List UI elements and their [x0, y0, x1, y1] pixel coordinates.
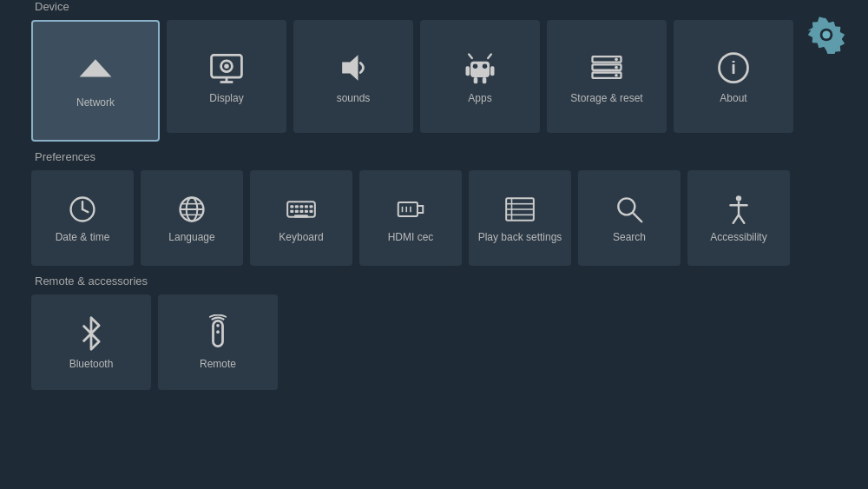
- svg-rect-18: [483, 77, 487, 83]
- svg-point-23: [615, 66, 618, 69]
- hdmi-icon: [394, 193, 427, 226]
- language-label: Language: [168, 231, 214, 243]
- device-section: Device Network Display: [0, 0, 868, 142]
- svg-rect-41: [290, 210, 293, 213]
- svg-rect-38: [299, 205, 303, 208]
- svg-point-22: [615, 58, 618, 62]
- preferences-tiles-row: Date & time Language: [31, 170, 837, 266]
- date-time-label: Date & time: [56, 231, 110, 243]
- svg-rect-35: [287, 202, 315, 216]
- accessibility-icon: [722, 193, 755, 226]
- svg-rect-47: [398, 202, 418, 216]
- svg-point-12: [483, 63, 488, 69]
- tile-accessibility[interactable]: Accessibility: [687, 170, 790, 266]
- remote-section-label: Remote & accessories: [31, 274, 837, 287]
- search-label: Search: [613, 231, 646, 243]
- tile-storage-reset[interactable]: Storage & reset: [547, 20, 667, 133]
- tile-playback-settings[interactable]: Play back settings: [469, 170, 571, 266]
- keyboard-icon: [285, 193, 318, 226]
- svg-point-24: [615, 74, 618, 77]
- svg-text:i: i: [731, 58, 736, 77]
- playback-icon: [503, 193, 536, 226]
- svg-line-57: [633, 213, 641, 221]
- tile-language[interactable]: Language: [141, 170, 243, 266]
- bluetooth-icon: [72, 314, 110, 353]
- storage-label: Storage & reset: [570, 92, 642, 104]
- svg-rect-43: [299, 210, 303, 213]
- settings-gear-icon[interactable]: [807, 16, 849, 57]
- keyboard-label: Keyboard: [279, 231, 323, 243]
- remote-tiles-row: Bluetooth Remote: [31, 294, 837, 390]
- sounds-label: sounds: [337, 92, 371, 104]
- tile-apps[interactable]: Apps: [420, 20, 540, 133]
- device-tiles-row: Network Display sounds: [31, 20, 837, 142]
- language-icon: [175, 193, 208, 226]
- svg-line-13: [469, 54, 472, 58]
- bluetooth-label: Bluetooth: [69, 358, 114, 370]
- apps-label: Apps: [468, 92, 491, 104]
- accessibility-label: Accessibility: [710, 231, 766, 243]
- network-label: Network: [76, 96, 115, 109]
- remote-icon: [199, 314, 237, 353]
- svg-rect-16: [490, 66, 495, 76]
- apps-icon: [461, 49, 499, 87]
- svg-line-61: [733, 215, 739, 223]
- tile-display[interactable]: Display: [167, 20, 286, 133]
- svg-rect-17: [474, 77, 478, 83]
- device-section-label: Device: [31, 0, 837, 13]
- svg-rect-44: [305, 210, 308, 213]
- svg-line-62: [739, 215, 744, 223]
- svg-point-6: [224, 63, 229, 69]
- svg-rect-45: [310, 210, 313, 213]
- storage-icon: [588, 49, 626, 87]
- svg-rect-39: [305, 205, 308, 208]
- preferences-section-label: Preferences: [31, 150, 837, 163]
- svg-rect-37: [295, 205, 299, 208]
- svg-rect-10: [470, 62, 490, 77]
- svg-point-58: [736, 195, 741, 201]
- svg-marker-3: [80, 59, 112, 76]
- about-icon: i: [714, 49, 753, 87]
- hdmi-label: HDMI cec: [388, 231, 434, 243]
- svg-line-29: [82, 209, 88, 212]
- date-time-icon: [66, 193, 99, 226]
- display-label: Display: [209, 92, 243, 104]
- svg-rect-15: [466, 66, 470, 76]
- tile-search[interactable]: Search: [578, 170, 681, 266]
- svg-rect-40: [310, 205, 313, 208]
- playback-label: Play back settings: [478, 231, 562, 243]
- svg-rect-42: [295, 210, 299, 213]
- svg-marker-9: [342, 55, 358, 80]
- remote-label: Remote: [200, 358, 236, 370]
- svg-point-2: [822, 30, 830, 38]
- tile-remote[interactable]: Remote: [158, 294, 278, 390]
- tile-about[interactable]: i About: [674, 20, 793, 133]
- tile-network[interactable]: Network: [31, 20, 160, 142]
- tile-sounds[interactable]: sounds: [293, 20, 413, 133]
- tile-hdmi-cec[interactable]: HDMI cec: [359, 170, 462, 266]
- search-icon: [613, 193, 646, 226]
- remote-section: Remote & accessories Bluetooth Remote: [0, 274, 868, 390]
- tile-date-time[interactable]: Date & time: [31, 170, 134, 266]
- svg-line-14: [488, 54, 491, 58]
- svg-rect-36: [290, 205, 293, 208]
- display-icon: [207, 49, 246, 87]
- tile-bluetooth[interactable]: Bluetooth: [31, 294, 151, 390]
- network-icon: [76, 53, 115, 91]
- tile-keyboard[interactable]: Keyboard: [250, 170, 352, 266]
- svg-point-11: [473, 63, 478, 69]
- preferences-section: Preferences Date & time Language: [0, 150, 868, 266]
- sounds-icon: [334, 49, 372, 87]
- svg-rect-46: [294, 215, 308, 217]
- about-label: About: [720, 92, 746, 104]
